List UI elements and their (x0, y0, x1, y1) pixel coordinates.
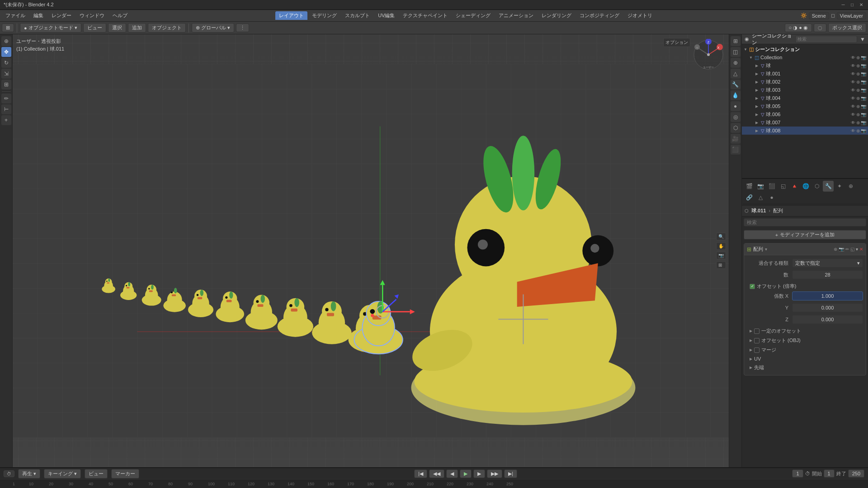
view-btn[interactable]: ビュー (83, 23, 106, 33)
eye-icon7[interactable]: 👁 (851, 104, 855, 109)
eye-icon5[interactable]: 👁 (851, 88, 855, 93)
outliner-item-ball007[interactable]: ▶ ▽ 球.007 👁 ⊕ 📷 (742, 118, 868, 127)
obj-offset-checkbox[interactable] (754, 338, 760, 343)
tab-sculpting[interactable]: スカルプト (341, 11, 373, 20)
rt-tool-5[interactable]: 🔧 (731, 80, 741, 89)
viewport-icon6[interactable]: ⊕ (856, 96, 860, 101)
render-icon6[interactable]: 📷 (861, 96, 866, 101)
tab-render-props[interactable]: 📷 (755, 181, 766, 192)
tab-material[interactable]: ● (766, 192, 777, 203)
current-frame-input[interactable]: 1 (792, 469, 803, 478)
outliner-item-ball[interactable]: ▶ ▽ 球 👁 ⊕ 📷 (742, 61, 868, 70)
tab-particles[interactable]: ✦ (834, 181, 845, 192)
timeline-ruler[interactable]: 1 10 20 30 40 50 60 70 80 90 100 110 120… (0, 479, 868, 488)
constant-offset-checkbox[interactable] (754, 328, 760, 334)
tab-shading[interactable]: シェーディング (452, 11, 494, 20)
jump-start-btn[interactable]: |◀ (414, 469, 427, 478)
render-icon2[interactable]: 📷 (861, 63, 866, 68)
outliner-filter-icon[interactable]: ▼ (860, 36, 865, 42)
rt-tool-2[interactable]: ◫ (731, 47, 741, 57)
offset-toggle[interactable]: ✓ オフセット (倍率) (747, 282, 863, 291)
render-icon3[interactable]: 📷 (861, 71, 866, 76)
editor-type-timeline[interactable]: ⏱ (4, 470, 14, 477)
menu-file[interactable]: ファイル (2, 11, 29, 20)
measure-tool[interactable]: ⊢ (1, 104, 11, 114)
zoom-in-btn[interactable]: 🔍 (716, 233, 726, 240)
add-tool[interactable]: + (1, 115, 11, 125)
modifier-cage-icon[interactable]: ◱ (850, 247, 854, 252)
overlay-btn[interactable]: ◌ (814, 23, 826, 32)
render-icon8[interactable]: 📷 (861, 112, 866, 117)
render-icon5[interactable]: 📷 (861, 88, 866, 93)
prev-keyframe-btn[interactable]: ◀◀ (429, 469, 444, 478)
viewport-icon5[interactable]: ⊕ (856, 88, 860, 93)
rotate-tool[interactable]: ↻ (1, 58, 11, 68)
render-icon4[interactable]: 📷 (861, 80, 866, 84)
transform-tool[interactable]: ⊞ (1, 80, 11, 89)
prop-search-input[interactable] (744, 218, 866, 226)
tab-scene-props[interactable]: 🔺 (789, 181, 800, 192)
outliner-item-ball002[interactable]: ▶ ▽ 球.002 👁 ⊕ 📷 (742, 78, 868, 86)
eye-icon3[interactable]: 👁 (851, 71, 855, 76)
outliner-item-collection[interactable]: ▼ ◫ Collection 👁 ⊕ 📷 (742, 53, 868, 61)
viewport-icon10[interactable]: ⊕ (856, 128, 860, 133)
modifier-down-icon[interactable]: ▾ (856, 247, 858, 252)
render-icon9[interactable]: 📷 (861, 120, 866, 125)
tab-modeling[interactable]: モデリング (308, 11, 340, 20)
timeline-view-btn[interactable]: ビュー (85, 469, 108, 479)
eye-icon[interactable]: 👁 (851, 55, 855, 60)
menu-edit[interactable]: 編集 (30, 11, 47, 20)
scene-selector[interactable]: Scene (809, 12, 829, 19)
menu-help[interactable]: ヘルプ (109, 11, 131, 20)
playback-btn[interactable]: 再生 ▾ (18, 469, 40, 479)
render-icon10[interactable]: 📷 (861, 128, 866, 133)
tab-object[interactable]: ⬡ (811, 181, 822, 192)
tab-geometry[interactable]: ジオメトリ (624, 11, 656, 20)
rt-tool-7[interactable]: ● (731, 101, 741, 111)
menu-window[interactable]: ウィンドウ (76, 11, 108, 20)
outliner-item-scene-collection[interactable]: ▼ ◫ シーンコレクション (742, 45, 868, 53)
tab-world[interactable]: 🌐 (800, 181, 811, 192)
merge-checkbox[interactable] (754, 347, 760, 353)
add-modifier-button[interactable]: + モディファイアーを追加 (744, 230, 866, 239)
viewport-icon9[interactable]: ⊕ (856, 120, 860, 125)
rt-tool-8[interactable]: ◎ (731, 112, 741, 122)
outliner-item-ball005[interactable]: ▶ ▽ 球.005 👁 ⊕ 📷 (742, 102, 868, 110)
pan-btn[interactable]: ✋ (716, 242, 726, 250)
modifier-realtime-icon[interactable]: ⊕ (834, 247, 837, 252)
viewport-icon8[interactable]: ⊕ (856, 112, 860, 117)
render-icon7[interactable]: 📷 (861, 104, 866, 109)
viewport-shading[interactable]: ○ ◑ ● ◉ (785, 23, 812, 32)
viewport-icon4[interactable]: ⊕ (856, 80, 860, 84)
minimize-button[interactable]: ─ (840, 2, 846, 8)
tab-modifier[interactable]: 🔧 (823, 181, 834, 192)
prev-frame-btn[interactable]: ◀ (446, 469, 458, 478)
rt-tool-1[interactable]: ⊞ (731, 36, 741, 46)
next-keyframe-btn[interactable]: ▶▶ (487, 469, 502, 478)
camera-btn[interactable]: 📷 (716, 252, 726, 259)
close-button[interactable]: ✕ (858, 2, 864, 8)
cursor-tool[interactable]: ⊕ (1, 36, 11, 46)
eye-icon10[interactable]: 👁 (851, 128, 855, 133)
tab-view-layer[interactable]: ◱ (778, 181, 788, 192)
move-tool[interactable]: ✥ (1, 47, 11, 57)
menu-render[interactable]: レンダー (48, 11, 75, 20)
modifier-delete-icon[interactable]: ✕ (859, 247, 863, 252)
snap-btn[interactable]: ⋮ (236, 23, 249, 32)
uv-toggle[interactable]: ▶ UV (747, 355, 863, 363)
tab-data[interactable]: △ (755, 192, 766, 203)
tab-rendering[interactable]: レンダリング (538, 11, 575, 20)
modifier-type-dropdown[interactable]: ▾ (765, 247, 767, 252)
eye-icon9[interactable]: 👁 (851, 120, 855, 125)
merge-toggle[interactable]: ▶ マージ (747, 345, 863, 355)
add-btn[interactable]: 追加 (128, 23, 146, 33)
tab-constraints[interactable]: 🔗 (744, 192, 755, 203)
modifier-render-icon[interactable]: 📷 (839, 247, 844, 252)
coeff-x-value[interactable]: 1.000 (792, 291, 863, 300)
viewport-icon3[interactable]: ⊕ (856, 71, 860, 76)
obj-offset-toggle[interactable]: ▶ オフセット (OBJ) (747, 336, 863, 345)
viewport-icon2[interactable]: ⊕ (856, 63, 860, 68)
transform-mode[interactable]: ⊕ グローバル ▾ (192, 23, 234, 33)
marker-btn[interactable]: マーカー (111, 469, 139, 479)
offset-checkbox[interactable]: ✓ (750, 284, 755, 289)
